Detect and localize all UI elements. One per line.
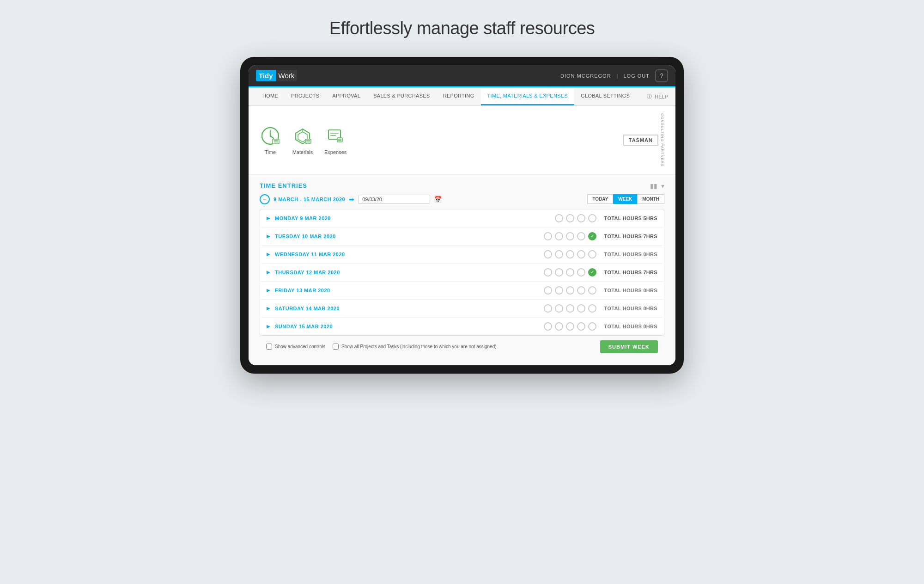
- status-circle: [555, 286, 563, 295]
- advanced-controls-label: Show advanced controls: [275, 344, 325, 349]
- help-circle-icon: ⓘ: [647, 93, 652, 100]
- status-circle: [544, 322, 552, 331]
- materials-icon-item[interactable]: Materials: [292, 125, 313, 155]
- status-circle: [566, 250, 574, 258]
- expenses-icon: [325, 125, 346, 147]
- device-screen: Tidy Work DION MCGREGOR | LOG OUT ? HOME…: [249, 65, 675, 365]
- svg-line-2: [270, 136, 274, 138]
- row-expand-button[interactable]: ▶: [267, 234, 270, 239]
- row-expand-button[interactable]: ▶: [267, 306, 270, 311]
- time-table-wrapper: ▶MONDAY 9 MAR 2020TOTAL HOURS 5HRS▶TUESD…: [260, 209, 664, 358]
- month-button[interactable]: MONTH: [637, 194, 664, 204]
- tab-reporting[interactable]: REPORTING: [437, 87, 481, 105]
- row-total-hours: TOTAL HOURS 0HRS: [602, 252, 657, 257]
- icon-group: Time Materials: [260, 125, 346, 155]
- logout-button[interactable]: LOG OUT: [623, 73, 650, 79]
- row-total-hours: TOTAL HOURS 0HRS: [602, 306, 657, 311]
- next-week-button[interactable]: ➡: [349, 196, 354, 203]
- today-button[interactable]: TODAY: [587, 194, 613, 204]
- status-circle: [577, 286, 585, 295]
- row-expand-button[interactable]: ▶: [267, 252, 270, 257]
- row-expand-button[interactable]: ▶: [267, 215, 270, 221]
- status-circle: [588, 322, 596, 331]
- time-icon: [260, 125, 281, 147]
- date-input[interactable]: [358, 195, 430, 204]
- tab-time[interactable]: TIME, MATERIALS & EXPENSES: [481, 87, 574, 105]
- tab-home[interactable]: HOME: [256, 87, 285, 105]
- table-row: ▶SATURDAY 14 MAR 2020TOTAL HOURS 0HRS: [260, 300, 664, 318]
- row-date-label: SATURDAY 14 MAR 2020: [275, 306, 544, 311]
- status-circle: [588, 286, 596, 295]
- icon-section: Time Materials: [249, 106, 675, 175]
- status-circle: [577, 304, 585, 313]
- checked-circle: ✓: [588, 232, 596, 240]
- status-circle: [566, 322, 574, 331]
- date-range: 9 MARCH - 15 MARCH 2020: [274, 197, 345, 202]
- row-date-label: THURSDAY 12 MAR 2020: [275, 270, 544, 275]
- row-total-hours: TOTAL HOURS 7HRS: [602, 270, 657, 275]
- tab-projects[interactable]: PROJECTS: [285, 87, 326, 105]
- question-icon: ?: [660, 72, 663, 79]
- section-title: TIME ENTRIES: [260, 182, 307, 189]
- prev-week-button[interactable]: ←: [260, 194, 270, 204]
- row-total-hours: TOTAL HOURS 7HRS: [602, 234, 657, 239]
- row-expand-button[interactable]: ▶: [267, 324, 270, 329]
- svg-rect-3: [273, 139, 279, 144]
- expenses-icon-item[interactable]: Expenses: [324, 125, 346, 155]
- row-total-hours: TOTAL HOURS 5HRS: [602, 215, 657, 221]
- show-all-check[interactable]: Show all Projects and Tasks (including t…: [333, 344, 497, 350]
- time-table: ▶MONDAY 9 MAR 2020TOTAL HOURS 5HRS▶TUESD…: [260, 209, 664, 336]
- advanced-controls-checkbox[interactable]: [266, 344, 272, 350]
- time-icon-item[interactable]: Time: [260, 125, 281, 155]
- tab-approval[interactable]: APPROVAL: [326, 87, 367, 105]
- materials-label: Materials: [292, 149, 313, 155]
- table-row: ▶WEDNESDAY 11 MAR 2020TOTAL HOURS 0HRS: [260, 246, 664, 264]
- status-circle: [555, 214, 563, 222]
- table-row: ▶SUNDAY 15 MAR 2020TOTAL HOURS 0HRS: [260, 318, 664, 335]
- row-circles: ✓: [544, 232, 596, 240]
- svg-rect-9: [305, 139, 311, 143]
- tasman-badge: TASMAN: [623, 135, 658, 146]
- brand-tidy: Tidy: [256, 70, 276, 81]
- status-circle: [544, 250, 552, 258]
- tab-global[interactable]: GLOBAL SETTINGS: [574, 87, 636, 105]
- expenses-label: Expenses: [324, 149, 346, 155]
- time-label: Time: [265, 149, 276, 155]
- calendar-icon[interactable]: 📅: [434, 196, 442, 203]
- status-circle: [566, 304, 574, 313]
- navbar-username: DION MCGREGOR: [560, 73, 611, 79]
- status-circle: [577, 322, 585, 331]
- footer-row: Show advanced controls Show all Projects…: [260, 336, 664, 358]
- show-all-checkbox[interactable]: [333, 344, 339, 350]
- brand-work: Work: [276, 70, 298, 81]
- tab-sales[interactable]: SALES & PURCHASES: [367, 87, 436, 105]
- section-header: TIME ENTRIES ▮▮ ▾: [260, 182, 664, 190]
- row-expand-button[interactable]: ▶: [267, 288, 270, 293]
- row-expand-button[interactable]: ▶: [267, 270, 270, 275]
- section-icons: ▮▮ ▾: [650, 182, 664, 190]
- status-circle: [588, 214, 596, 222]
- row-circles: [544, 250, 596, 258]
- show-all-label: Show all Projects and Tasks (including t…: [341, 344, 497, 349]
- advanced-controls-check[interactable]: Show advanced controls: [266, 344, 325, 350]
- brand: Tidy Work: [256, 70, 297, 81]
- row-date-label: FRIDAY 13 MAR 2020: [275, 288, 544, 293]
- row-date-label: WEDNESDAY 11 MAR 2020: [275, 252, 544, 257]
- row-date-label: SUNDAY 15 MAR 2020: [275, 324, 544, 329]
- row-date-label: TUESDAY 10 MAR 2020: [275, 234, 544, 239]
- row-circles: [555, 214, 596, 222]
- expand-icon[interactable]: ▾: [661, 182, 664, 190]
- week-button[interactable]: WEEK: [613, 194, 637, 204]
- content-area: TIME ENTRIES ▮▮ ▾ ← 9 MARCH - 15 MARCH 2…: [249, 175, 675, 365]
- help-button[interactable]: ?: [655, 69, 668, 82]
- status-circle: [588, 304, 596, 313]
- row-circles: [544, 322, 596, 331]
- consulting-text: CONSULTING PARTNERS: [660, 113, 664, 167]
- svg-rect-15: [337, 138, 342, 142]
- table-row: ▶THURSDAY 12 MAR 2020✓TOTAL HOURS 7HRS: [260, 264, 664, 282]
- submit-week-button[interactable]: SUBMIT WEEK: [600, 340, 658, 353]
- date-nav: ← 9 MARCH - 15 MARCH 2020 ➡ 📅 TODAY WEEK…: [260, 194, 664, 204]
- status-circle: [577, 232, 585, 240]
- table-row: ▶FRIDAY 13 MAR 2020TOTAL HOURS 0HRS: [260, 282, 664, 300]
- video-icon[interactable]: ▮▮: [650, 182, 657, 190]
